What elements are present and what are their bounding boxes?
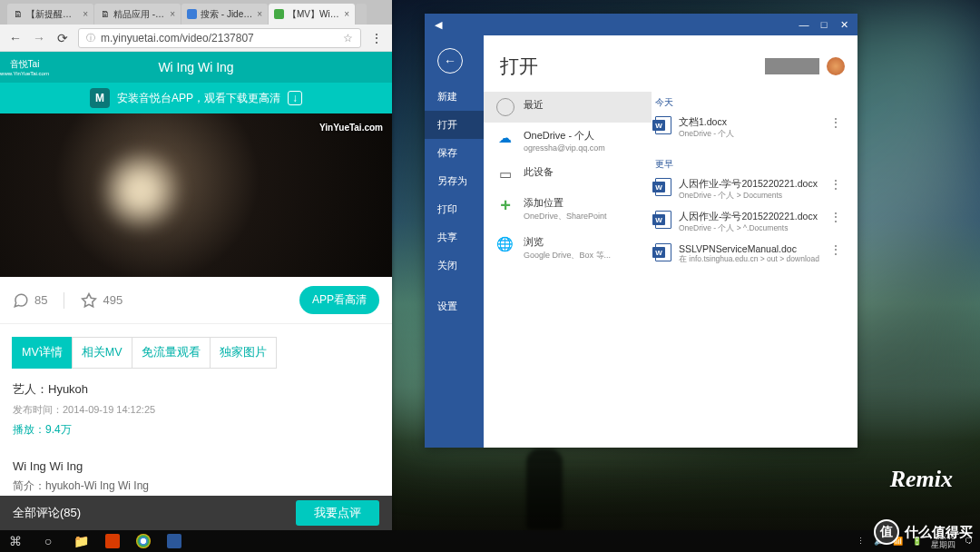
- sidebar-save[interactable]: 保存: [425, 139, 484, 167]
- word-titlebar[interactable]: ◀ — □ ✕: [425, 14, 858, 35]
- site-icon: [187, 9, 197, 19]
- all-comments-label[interactable]: 全部评论(85): [13, 505, 81, 521]
- more-icon[interactable]: ⋮: [827, 116, 845, 129]
- app-hd-button[interactable]: APP看高清: [299, 286, 379, 314]
- place-label: 此设备: [524, 165, 642, 179]
- minimize-button[interactable]: —: [796, 16, 812, 33]
- sidebar-share[interactable]: 共享: [425, 223, 484, 251]
- open-title: 打开: [500, 54, 538, 79]
- close-icon[interactable]: ×: [170, 9, 175, 19]
- sidebar-saveas[interactable]: 另存为: [425, 167, 484, 195]
- close-icon[interactable]: ×: [257, 9, 262, 19]
- sidebar-open[interactable]: 打开: [425, 111, 484, 139]
- chrome-icon[interactable]: [136, 534, 151, 548]
- comment-stat[interactable]: 85: [13, 292, 64, 309]
- stats-row: 85 495 APP看高清: [0, 277, 392, 324]
- file-path: 在 info.tsinghua.edu.cn > out > download: [679, 254, 819, 265]
- place-sublabel: OneDrive、SharePoint: [524, 211, 642, 222]
- user-avatar[interactable]: [827, 57, 845, 75]
- reload-button[interactable]: ⟳: [54, 30, 71, 46]
- wallpaper-silhouette: [526, 448, 563, 530]
- maximize-button[interactable]: □: [816, 16, 832, 33]
- office-icon[interactable]: [105, 534, 120, 548]
- places-list: 最近 ☁ OneDrive - 个人 ogressha@vip.qq.com ▭…: [484, 84, 652, 448]
- browser-tab-2[interactable]: 搜索 - Jide Remi... ×: [181, 4, 268, 25]
- new-tab-button[interactable]: [356, 4, 367, 25]
- yinyuetai-logo[interactable]: 音悦Tai www.YinYueTai.com: [0, 52, 49, 83]
- smzdm-badge: 值 什么值得买: [874, 519, 973, 545]
- close-icon[interactable]: ×: [344, 9, 349, 19]
- more-icon[interactable]: ⋮: [827, 211, 845, 223]
- browser-tab-3[interactable]: 【MV】Wi Ing Wi... ×: [269, 4, 355, 25]
- smzdm-text: 什么值得买: [905, 524, 973, 541]
- file-item[interactable]: 文档1.docx OneDrive - 个人 ⋮: [652, 112, 848, 144]
- sidebar-new[interactable]: 新建: [425, 83, 484, 111]
- tab-related-mv[interactable]: 相关MV: [72, 337, 132, 369]
- bookmark-icon[interactable]: ☆: [343, 32, 353, 44]
- tab-mv-detail[interactable]: MV详情: [12, 337, 73, 369]
- close-button[interactable]: ✕: [836, 16, 852, 33]
- file-item[interactable]: 人因作业-学号2015220221.docx OneDrive - 个人 > ^…: [652, 206, 848, 239]
- tray-icon[interactable]: ⋮: [857, 537, 865, 546]
- place-browse[interactable]: 🌐 浏览 Google Drive、Box 等...: [484, 229, 652, 268]
- sidebar-settings[interactable]: 设置: [425, 292, 484, 320]
- forward-button[interactable]: →: [31, 30, 47, 46]
- app-icon: M: [90, 88, 110, 108]
- more-icon[interactable]: ⋮: [827, 178, 845, 191]
- circle-icon[interactable]: ○: [40, 533, 56, 549]
- word-main: 打开 最近 ☁ On: [484, 35, 858, 448]
- back-circle-button[interactable]: ←: [437, 48, 463, 74]
- apps-icon[interactable]: ⌘: [7, 533, 24, 549]
- word-doc-icon: [655, 178, 671, 196]
- detail-tabs: MV详情 相关MV 免流量观看 独家图片: [13, 337, 379, 369]
- open-header: 打开: [484, 35, 858, 84]
- browser-tab-0[interactable]: 🗎 【新提醒】Rem... ×: [7, 4, 93, 25]
- url-text: m.yinyuetai.com/video/2137807: [101, 32, 338, 44]
- word-icon[interactable]: [167, 534, 181, 548]
- cloud-icon: ☁: [496, 129, 514, 147]
- video-player[interactable]: YinYueTai.com: [0, 113, 392, 277]
- place-add[interactable]: + 添加位置 OneDrive、SharePoint: [484, 190, 652, 229]
- favorite-stat[interactable]: 495: [81, 292, 122, 309]
- file-path: OneDrive - 个人 > Documents: [679, 191, 819, 202]
- download-icon: ↓: [288, 91, 302, 105]
- place-device[interactable]: ▭ 此设备: [484, 159, 652, 190]
- taskbar: ⌘ ○ 📁 ⋮ 🔊 📶 🔋 21:40 星期四 🗨: [0, 530, 980, 552]
- tab-free-watch[interactable]: 免流量观看: [132, 337, 211, 369]
- write-comment-button[interactable]: 我要点评: [296, 500, 379, 526]
- word-sidebar: ← 新建 打开 保存 另存为 打印 共享 关闭 设置: [425, 35, 484, 448]
- sidebar-print[interactable]: 打印: [425, 195, 484, 223]
- place-onedrive[interactable]: ☁ OneDrive - 个人 ogressha@vip.qq.com: [484, 123, 652, 159]
- remix-logo: Remix: [890, 466, 953, 493]
- desktop: 🗎 【新提醒】Rem... × 🗎 精品应用 - Jide R... × 搜索 …: [0, 0, 980, 552]
- globe-icon: 🌐: [496, 235, 514, 253]
- back-button[interactable]: ←: [7, 30, 24, 46]
- word-body: ← 新建 打开 保存 另存为 打印 共享 关闭 设置 打开: [425, 35, 858, 448]
- intro-line: 简介：hyukoh-Wi Ing Wi Ing: [13, 478, 379, 494]
- app-download-banner[interactable]: M 安装音悦台APP，观看下载更高清 ↓: [0, 83, 392, 113]
- tab-exclusive-pics[interactable]: 独家图片: [210, 337, 277, 369]
- files-list: 今天 文档1.docx OneDrive - 个人 ⋮ 更早: [652, 84, 858, 448]
- search-field[interactable]: [765, 58, 819, 74]
- titlebar-back-icon[interactable]: ◀: [430, 16, 446, 33]
- menu-icon[interactable]: ⋮: [368, 30, 385, 46]
- open-body: 最近 ☁ OneDrive - 个人 ogressha@vip.qq.com ▭…: [484, 84, 858, 448]
- close-icon[interactable]: ×: [83, 9, 88, 19]
- filemanager-icon[interactable]: 📁: [73, 533, 89, 549]
- svg-marker-0: [83, 293, 96, 306]
- page-content[interactable]: 音悦Tai www.YinYueTai.com Wi Ing Wi Ing M …: [0, 52, 392, 530]
- sidebar-close[interactable]: 关闭: [425, 251, 484, 280]
- url-field[interactable]: ⓘ m.yinyuetai.com/video/2137807 ☆: [78, 28, 361, 48]
- file-item[interactable]: SSLVPNServiceManual.doc 在 info.tsinghua.…: [652, 239, 848, 270]
- file-item[interactable]: 人因作业-学号2015220221.docx OneDrive - 个人 > D…: [652, 173, 848, 206]
- file-name: 人因作业-学号2015220221.docx: [679, 178, 819, 191]
- tab-title: 【MV】Wi Ing Wi...: [288, 8, 340, 21]
- more-icon[interactable]: ⋮: [827, 243, 845, 256]
- page-title: Wi Ing Wi Ing: [49, 60, 392, 74]
- site-info-icon[interactable]: ⓘ: [86, 32, 95, 44]
- file-name: 文档1.docx: [679, 116, 819, 129]
- page-icon: 🗎: [100, 9, 110, 19]
- place-recent[interactable]: 最近: [484, 92, 652, 123]
- tab-title: 【新提醒】Rem...: [26, 8, 79, 21]
- browser-tab-1[interactable]: 🗎 精品应用 - Jide R... ×: [94, 4, 181, 25]
